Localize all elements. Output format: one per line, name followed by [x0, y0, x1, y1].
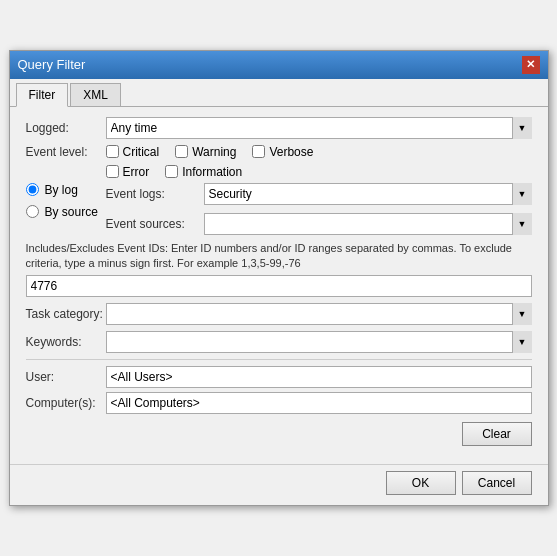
tab-xml[interactable]: XML	[70, 83, 121, 106]
logged-label: Logged:	[26, 121, 106, 135]
computer-label: Computer(s):	[26, 396, 106, 410]
clear-section: Clear	[26, 422, 532, 446]
bottom-buttons: OK Cancel	[10, 464, 548, 505]
ok-button[interactable]: OK	[386, 471, 456, 495]
checkbox-critical[interactable]: Critical	[106, 145, 160, 159]
task-category-label: Task category:	[26, 307, 106, 321]
user-input[interactable]	[106, 366, 532, 388]
tab-bar: Filter XML	[10, 79, 548, 107]
radio-by-source-label[interactable]: By source	[26, 205, 106, 219]
keywords-row: Keywords: ▼	[26, 331, 532, 353]
radio-by-log-label[interactable]: By log	[26, 183, 106, 197]
close-button[interactable]: ✕	[522, 56, 540, 74]
cancel-button[interactable]: Cancel	[462, 471, 532, 495]
event-sources-row: Event sources: ▼	[106, 213, 532, 235]
event-id-input[interactable]	[26, 275, 532, 297]
task-category-select[interactable]	[106, 303, 532, 325]
event-sources-select[interactable]	[204, 213, 532, 235]
event-logs-row: Event logs: Security Application System …	[106, 183, 532, 205]
computer-row: Computer(s):	[26, 392, 532, 414]
radio-by-source-input[interactable]	[26, 205, 39, 218]
keywords-select[interactable]	[106, 331, 532, 353]
checkbox-critical-input[interactable]	[106, 145, 119, 158]
checkbox-verbose-label: Verbose	[269, 145, 313, 159]
tab-filter[interactable]: Filter	[16, 83, 69, 107]
query-filter-dialog: Query Filter ✕ Filter XML Logged: Any ti…	[9, 50, 549, 507]
event-level-row: Event level: Critical Warning Verbose	[26, 145, 532, 159]
hint-text: Includes/Excludes Event IDs: Enter ID nu…	[26, 241, 532, 272]
keywords-label: Keywords:	[26, 335, 106, 349]
checkbox-information[interactable]: Information	[165, 165, 242, 179]
computer-input[interactable]	[106, 392, 532, 414]
checkbox-verbose-input[interactable]	[252, 145, 265, 158]
radio-fields: Event logs: Security Application System …	[106, 183, 532, 235]
checkbox-error[interactable]: Error	[106, 165, 150, 179]
checkbox-information-label: Information	[182, 165, 242, 179]
task-category-row: Task category: ▼	[26, 303, 532, 325]
event-logs-select-wrapper: Security Application System ▼	[204, 183, 532, 205]
divider1	[26, 359, 532, 360]
logged-row: Logged: Any time Last hour Last 12 hours…	[26, 117, 532, 139]
user-label: User:	[26, 370, 106, 384]
radio-by-log-text: By log	[45, 183, 78, 197]
event-sources-label: Event sources:	[106, 217, 196, 231]
event-sources-select-wrapper: ▼	[204, 213, 532, 235]
logged-select-wrapper: Any time Last hour Last 12 hours Last 24…	[106, 117, 532, 139]
checkbox-error-label: Error	[123, 165, 150, 179]
filter-content: Logged: Any time Last hour Last 12 hours…	[10, 107, 548, 461]
user-row: User:	[26, 366, 532, 388]
checkbox-verbose[interactable]: Verbose	[252, 145, 313, 159]
title-bar: Query Filter ✕	[10, 51, 548, 79]
dialog-title: Query Filter	[18, 57, 86, 72]
checkbox-critical-label: Critical	[123, 145, 160, 159]
logged-select[interactable]: Any time Last hour Last 12 hours Last 24…	[106, 117, 532, 139]
radio-by-source-text: By source	[45, 205, 98, 219]
checkboxes-row2: Error Information	[106, 165, 532, 179]
checkbox-warning-label: Warning	[192, 145, 236, 159]
clear-button[interactable]: Clear	[462, 422, 532, 446]
checkbox-warning[interactable]: Warning	[175, 145, 236, 159]
event-logs-label: Event logs:	[106, 187, 196, 201]
checkbox-error-input[interactable]	[106, 165, 119, 178]
task-category-select-wrapper: ▼	[106, 303, 532, 325]
event-logs-select[interactable]: Security Application System	[204, 183, 532, 205]
radio-by-log-input[interactable]	[26, 183, 39, 196]
checkbox-warning-input[interactable]	[175, 145, 188, 158]
checkbox-information-input[interactable]	[165, 165, 178, 178]
radio-section: By log By source Event logs: Security Ap…	[26, 183, 532, 235]
radio-column: By log By source	[26, 183, 106, 235]
keywords-select-wrapper: ▼	[106, 331, 532, 353]
event-level-label: Event level:	[26, 145, 106, 159]
checkboxes-row1: Critical Warning Verbose	[106, 145, 314, 159]
